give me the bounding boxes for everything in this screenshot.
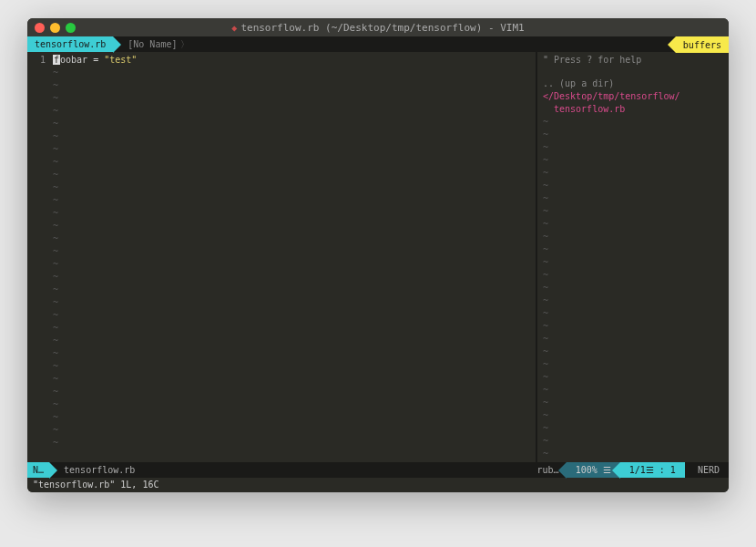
status-filename: tensorflow.rb: [49, 462, 142, 478]
empty-line-tilde: ~: [53, 143, 532, 156]
line-gutter: 1: [27, 52, 49, 462]
minimize-button[interactable]: [50, 23, 60, 33]
empty-line-tilde: ~: [543, 448, 723, 460]
empty-line-tilde: ~: [53, 169, 532, 181]
traffic-lights: [35, 23, 76, 33]
buffers-badge[interactable]: buffers: [676, 36, 729, 53]
empty-line-tilde: ~: [543, 397, 723, 409]
tab-active-label: tensorflow.rb: [35, 39, 106, 49]
tab-active[interactable]: tensorflow.rb: [27, 36, 113, 52]
empty-line-tilde: ~: [53, 258, 532, 271]
empty-line-tilde: ~: [53, 398, 532, 411]
buffers-label: buffers: [683, 40, 721, 50]
empty-line-tilde: ~: [53, 79, 532, 92]
status-filetype-label: rub…: [537, 465, 559, 475]
empty-line-tilde: ~: [543, 269, 723, 282]
statusline: N… tensorflow.rb rub… 100% ☰ 1/1☰ : 1 NE…: [27, 462, 729, 478]
empty-line-tilde: ~: [53, 271, 532, 284]
empty-line-tilde: ~: [543, 129, 723, 141]
code-line: foobar = "test": [53, 54, 532, 67]
terminal-window: ◆ tensorflow.rb (~/Desktop/tmp/tensorflo…: [27, 18, 729, 492]
empty-line-tilde: ~: [53, 232, 532, 245]
tab-bar: tensorflow.rb [No Name] 〉 buffers: [27, 36, 729, 52]
empty-line-tilde: ~: [53, 437, 532, 449]
empty-line-tilde: ~: [543, 294, 723, 307]
titlebar: ◆ tensorflow.rb (~/Desktop/tmp/tensorflo…: [27, 18, 729, 36]
tab-inactive[interactable]: [No Name] 〉: [113, 36, 197, 52]
empty-line-tilde: ~: [543, 180, 723, 192]
empty-line-tilde: ~: [543, 218, 723, 231]
tree-help: " Press ? for help: [543, 54, 723, 67]
mode-indicator: N…: [27, 462, 49, 478]
empty-line-tilde: ~: [53, 322, 532, 335]
status-filename-label: tensorflow.rb: [64, 465, 135, 475]
empty-line-tilde: ~: [53, 67, 532, 79]
empty-line-tilde: ~: [543, 358, 723, 371]
empty-line-tilde: ~: [53, 335, 532, 347]
nerdtree-pane[interactable]: " Press ? for help .. (up a dir) </Deskt…: [537, 52, 729, 462]
empty-line-tilde: ~: [543, 192, 723, 205]
title-label: tensorflow.rb (~/Desktop/tmp/tensorflow)…: [240, 22, 524, 34]
empty-line-tilde: ~: [53, 181, 532, 194]
empty-line-tilde: ~: [543, 243, 723, 256]
chevron-right-icon: 〉: [180, 38, 189, 51]
empty-line-tilde: ~: [53, 118, 532, 130]
empty-line-tilde: ~: [53, 105, 532, 118]
empty-line-tilde: ~: [543, 116, 723, 129]
empty-line-tilde: ~: [543, 282, 723, 294]
empty-line-tilde: ~: [53, 386, 532, 398]
window-title: ◆ tensorflow.rb (~/Desktop/tmp/tensorflo…: [231, 22, 524, 34]
maximize-button[interactable]: [66, 23, 76, 33]
empty-line-tilde: ~: [53, 424, 532, 437]
cursor: f: [53, 55, 60, 65]
status-position-label: 1/1☰ : 1: [629, 465, 676, 475]
empty-line-tilde: ~: [543, 154, 723, 167]
empty-line-tilde: ~: [53, 92, 532, 105]
empty-line-tilde: ~: [543, 231, 723, 243]
empty-line-tilde: ~: [53, 411, 532, 424]
empty-line-tilde: ~: [53, 245, 532, 258]
status-percent-label: 100% ☰: [576, 465, 611, 475]
empty-line-tilde: ~: [53, 156, 532, 169]
ruby-icon: ◆: [231, 23, 237, 33]
tree-file[interactable]: tensorflow.rb: [543, 103, 723, 116]
status-nerdtree: NERD: [689, 462, 729, 478]
empty-line-tilde: ~: [53, 296, 532, 309]
empty-line-tilde: ~: [543, 333, 723, 346]
empty-line-tilde: ~: [543, 320, 723, 333]
empty-line-tilde: ~: [53, 220, 532, 232]
command-line[interactable]: "tensorflow.rb" 1L, 16C: [27, 478, 729, 492]
empty-line-tilde: ~: [53, 309, 532, 322]
empty-line-tilde: ~: [543, 205, 723, 218]
empty-line-tilde: ~: [53, 347, 532, 360]
empty-line-tilde: ~: [53, 194, 532, 207]
line-number: 1: [31, 54, 46, 67]
empty-line-tilde: ~: [543, 307, 723, 320]
status-position: 1/1☰ : 1: [620, 462, 685, 478]
mode-label: N…: [33, 465, 44, 475]
empty-line-tilde: ~: [543, 167, 723, 180]
tree-path[interactable]: </Desktop/tmp/tensorflow/: [543, 90, 723, 103]
empty-line-tilde: ~: [53, 284, 532, 296]
empty-line-tilde: ~: [53, 360, 532, 373]
empty-line-tilde: ~: [543, 422, 723, 435]
empty-line-tilde: ~: [543, 346, 723, 358]
close-button[interactable]: [35, 23, 45, 33]
tab-inactive-label: [No Name]: [128, 39, 177, 49]
empty-line-tilde: ~: [543, 409, 723, 422]
empty-line-tilde: ~: [53, 373, 532, 386]
status-spacer: [142, 462, 529, 478]
empty-line-tilde: ~: [543, 141, 723, 154]
tree-up-dir[interactable]: .. (up a dir): [543, 77, 723, 90]
editor-area: 1 foobar = "test" ~~~~~~~~~~~~~~~~~~~~~~…: [27, 52, 729, 462]
empty-line-tilde: ~: [543, 256, 723, 269]
code-string: "test": [104, 55, 137, 65]
status-nerd-label: NERD: [698, 465, 720, 475]
empty-line-tilde: ~: [53, 130, 532, 143]
empty-line-tilde: ~: [543, 435, 723, 448]
empty-line-tilde: ~: [543, 371, 723, 384]
empty-line-tilde: ~: [53, 207, 532, 220]
code-pane[interactable]: foobar = "test" ~~~~~~~~~~~~~~~~~~~~~~~~…: [49, 52, 536, 462]
code-text: oobar =: [60, 55, 104, 65]
command-line-text: "tensorflow.rb" 1L, 16C: [33, 480, 158, 490]
